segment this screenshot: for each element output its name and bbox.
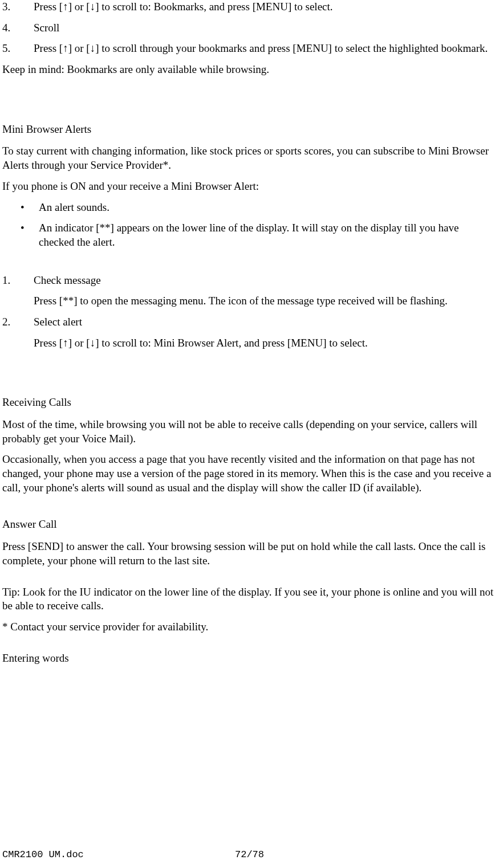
list-number: 2. (2, 315, 34, 350)
footnote: * Contact your service provider for avai… (2, 620, 497, 634)
list-content: Press [↑] or [↓] to scroll to: Bookmarks… (34, 0, 497, 14)
list-item-3: 3. Press [↑] or [↓] to scroll to: Bookma… (2, 0, 497, 14)
page-footer: CMR2100 UM.doc 72/78 (2, 849, 497, 861)
list-item-check-1: 1. Check message Press [**] to open the … (2, 274, 497, 308)
answer-p1: Press [SEND] to answer the call. Your br… (2, 540, 497, 568)
answer-call-heading: Answer Call (2, 517, 497, 532)
list-item-4: 4. Scroll (2, 21, 497, 35)
mini-browser-p2: If you phone is ON and your receive a Mi… (2, 180, 497, 194)
bullet-icon: • (21, 221, 39, 249)
receiving-p2: Occasionally, when you access a page tha… (2, 453, 497, 495)
tip-note: Tip: Look for the IU indicator on the lo… (2, 585, 497, 613)
bullet-item: • An indicator [**] appears on the lower… (21, 221, 497, 249)
list-item-5: 5. Press [↑] or [↓] to scroll through yo… (2, 42, 497, 56)
list-content: Scroll (34, 21, 497, 35)
list-content: Select alert Press [↑] or [↓] to scroll … (34, 315, 497, 350)
down-arrow-icon: ↓ (90, 1, 96, 13)
list-item-check-2: 2. Select alert Press [↑] or [↓] to scro… (2, 315, 497, 350)
footer-page-number: 72/78 (235, 849, 264, 861)
up-arrow-icon: ↑ (63, 337, 68, 349)
step-title: Select alert (34, 315, 497, 329)
bullet-text: An alert sounds. (39, 201, 497, 215)
bullet-text: An indicator [**] appears on the lower l… (39, 221, 497, 249)
mini-browser-p1: To stay current with changing informatio… (2, 144, 497, 172)
bullet-item: • An alert sounds. (21, 201, 497, 215)
list-content: Check message Press [**] to open the mes… (34, 274, 497, 308)
receiving-calls-heading: Receiving Calls (2, 396, 497, 410)
keep-in-mind-note: Keep in mind: Bookmarks are only availab… (2, 63, 497, 77)
list-content: Press [↑] or [↓] to scroll through your … (34, 42, 497, 56)
mini-browser-heading: Mini Browser Alerts (2, 123, 497, 137)
list-number: 1. (2, 274, 34, 308)
footer-filename: CMR2100 UM.doc (2, 849, 84, 861)
bullet-icon: • (21, 201, 39, 215)
receiving-p1: Most of the time, while browsing you wil… (2, 418, 497, 446)
up-arrow-icon: ↑ (63, 42, 68, 54)
list-number: 5. (2, 42, 34, 56)
down-arrow-icon: ↓ (90, 337, 96, 349)
step-body: Press [↑] or [↓] to scroll to: Mini Brow… (34, 336, 497, 351)
up-arrow-icon: ↑ (63, 1, 68, 13)
entering-words-heading: Entering words (2, 651, 497, 666)
list-number: 4. (2, 21, 34, 35)
step-body: Press [**] to open the messaging menu. T… (34, 294, 497, 308)
list-number: 3. (2, 0, 34, 14)
down-arrow-icon: ↓ (90, 42, 96, 54)
step-title: Check message (34, 274, 497, 288)
